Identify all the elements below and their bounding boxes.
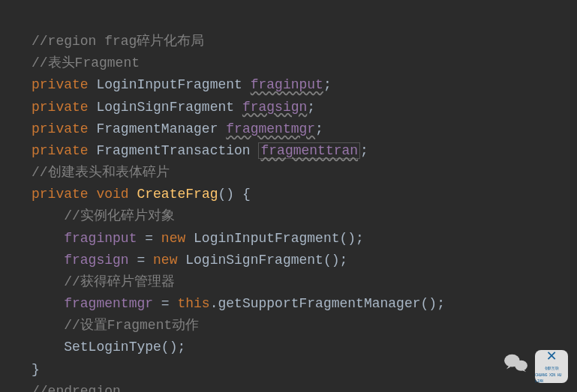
keyword-private: private	[32, 121, 89, 136]
logo-x: ✕	[546, 349, 556, 365]
semicolon: ;	[340, 253, 348, 268]
field-fragmentmgr: fragmentmgr	[226, 121, 315, 136]
equals: =	[137, 231, 161, 246]
equals: =	[153, 296, 177, 311]
comment-line: //获得碎片管理器	[64, 274, 175, 289]
keyword-private: private	[32, 187, 89, 202]
field-ref-fraginput: fraginput	[64, 231, 137, 246]
wechat-icon	[503, 352, 529, 381]
parens: ()	[218, 187, 235, 202]
equals: =	[129, 253, 153, 268]
semicolon: ;	[323, 77, 332, 92]
logo-text-top: 创新互联	[545, 366, 559, 372]
semicolon: ;	[356, 231, 364, 246]
comment-line: //表头Fragment	[32, 55, 140, 70]
logo-text-bottom: CHUANG XIN HU LIAN	[535, 373, 568, 385]
semicolon: ;	[315, 121, 323, 136]
field-fragmenttran: fragmenttran	[258, 142, 360, 159]
type-name: FragmentManager	[96, 121, 218, 136]
comment-line: //endregion	[32, 384, 121, 392]
watermark: ✕ 创新互联 CHUANG XIN HU LIAN	[503, 350, 568, 383]
type-name: LoginSignFragment	[96, 100, 234, 115]
semicolon: ;	[307, 100, 315, 115]
keyword-private: private	[32, 143, 89, 158]
constructor-call: LoginInputFragment()	[185, 231, 356, 246]
field-ref-fragsign: fragsign	[64, 253, 128, 268]
method-createfrag: CreateFrag	[137, 187, 218, 202]
brace-close: }	[32, 362, 40, 377]
keyword-this: this	[177, 296, 209, 311]
brace-open: {	[234, 187, 251, 202]
comment-line: //设置Fragment动作	[64, 318, 199, 333]
method-call: .getSupportFragmentManager()	[210, 296, 437, 311]
semicolon: ;	[360, 143, 368, 158]
keyword-void: void	[96, 187, 128, 202]
comment-line: //region frag碎片化布局	[32, 34, 204, 49]
semicolon: ;	[437, 296, 445, 311]
field-fragsign: fragsign	[242, 100, 307, 115]
constructor-call: LoginSignFragment()	[177, 253, 339, 268]
field-fraginput: fraginput	[251, 77, 323, 92]
comment-line: //创建表头和表体碎片	[32, 165, 170, 180]
keyword-new: new	[161, 231, 185, 246]
keyword-new: new	[153, 253, 177, 268]
keyword-private: private	[32, 100, 89, 115]
code-editor[interactable]: //region frag碎片化布局 //表头Fragment private …	[0, 0, 577, 392]
field-ref-fragmentmgr: fragmentmgr	[64, 296, 153, 311]
logo-badge: ✕ 创新互联 CHUANG XIN HU LIAN	[535, 350, 568, 383]
type-name: LoginInputFragment	[96, 77, 242, 92]
svg-point-1	[515, 361, 527, 371]
keyword-private: private	[32, 77, 89, 92]
method-call: SetLoginType()	[64, 340, 177, 355]
type-name: FragmentTransaction	[96, 143, 250, 158]
comment-line: //实例化碎片对象	[64, 208, 175, 223]
semicolon: ;	[177, 340, 185, 355]
